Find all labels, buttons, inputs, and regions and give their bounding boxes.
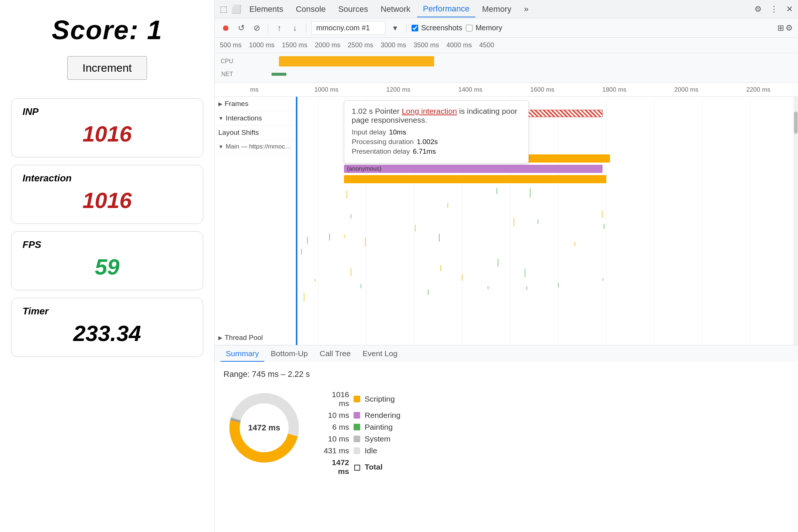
memory-checkbox[interactable] xyxy=(466,25,473,31)
scroll-thumb[interactable] xyxy=(794,112,798,134)
increment-button[interactable]: Increment xyxy=(67,56,147,80)
timeline-scrollbar[interactable] xyxy=(794,97,798,345)
record-icon[interactable]: ⏺ xyxy=(220,23,232,33)
tab-elements[interactable]: Elements xyxy=(243,1,289,17)
flame-block[interactable] xyxy=(344,175,606,183)
legend-table: 1016 ms Scripting 10 ms Rendering 6 ms P… xyxy=(320,387,400,479)
more-options-icon[interactable]: ⋮ xyxy=(768,3,780,16)
metric-label: FPS xyxy=(23,239,192,250)
timeline-overview-ruler: 500 ms1000 ms1500 ms2000 ms2500 ms3000 m… xyxy=(215,38,798,53)
summary-range: Range: 745 ms – 2.22 s xyxy=(224,369,789,379)
flame-detail-line xyxy=(497,188,497,194)
ruler2-tick: 2200 ms xyxy=(722,86,794,93)
tooltip-processing: Processing duration 1.002s xyxy=(352,138,521,146)
layout-shifts-section[interactable]: Layout Shifts xyxy=(215,126,296,140)
metric-label: Interaction xyxy=(23,173,192,184)
flame-detail-line xyxy=(526,286,527,290)
inspect-icon[interactable]: ⬚ xyxy=(218,3,229,16)
legend-row: 6 ms Painting xyxy=(320,423,400,432)
grid-line xyxy=(558,97,559,345)
legend-color-box xyxy=(354,396,360,402)
toolbar-divider-2 xyxy=(306,24,306,33)
tab-performance[interactable]: Performance xyxy=(417,1,475,17)
flame-detail-line xyxy=(558,283,559,287)
tab-memory[interactable]: Memory xyxy=(476,1,517,17)
legend-color-box xyxy=(354,412,360,419)
metric-value: 233.34 xyxy=(23,321,192,346)
flame-detail-line xyxy=(329,233,330,241)
legend-color-box xyxy=(354,447,360,454)
legend-ms: 1016 ms xyxy=(320,390,349,408)
tab-console[interactable]: Console xyxy=(290,1,332,17)
layout-shifts-label: Layout Shifts xyxy=(218,129,259,137)
interactions-arrow: ▼ xyxy=(218,115,224,121)
flame-left-spacer xyxy=(215,154,296,331)
main-thread-arrow: ▼ xyxy=(218,144,224,150)
screenshots-checkbox[interactable] xyxy=(412,25,418,31)
tooltip-presentation: Presentation delay 6.71ms xyxy=(352,147,521,156)
flame-detail-line xyxy=(488,286,488,289)
cpu-bar xyxy=(279,56,434,66)
tab-summary[interactable]: Summary xyxy=(221,346,264,362)
flame-detail-line xyxy=(351,214,351,218)
left-panel: Score: 1 Increment INP 1016 Interaction … xyxy=(0,0,214,532)
cpu-label: CPU xyxy=(218,58,233,65)
legend-row: 1016 ms Scripting xyxy=(320,390,400,408)
ruler-tick: 2000 ms xyxy=(311,41,344,49)
memory-toggle[interactable]: Memory xyxy=(466,24,502,32)
grid-line xyxy=(318,97,318,345)
clear-icon[interactable]: ⊘ xyxy=(251,23,263,33)
tab-event-log[interactable]: Event Log xyxy=(357,346,403,362)
download-icon[interactable]: ↓ xyxy=(289,23,301,33)
legend-name: Scripting xyxy=(365,395,395,403)
tab-call-tree[interactable]: Call Tree xyxy=(314,346,356,362)
flame-detail-line xyxy=(604,224,604,229)
screenshots-toggle[interactable]: Screenshots xyxy=(412,24,462,32)
url-display[interactable]: mmocny.com #1 xyxy=(311,21,385,35)
metric-label: INP xyxy=(23,106,192,117)
thread-pool-section[interactable]: ▶ Thread Pool xyxy=(215,331,296,345)
flame-detail-line xyxy=(365,237,366,246)
legend-row: 431 ms Idle xyxy=(320,446,400,455)
capture-settings-icon[interactable]: ⊞ xyxy=(777,23,784,33)
tab-bottom-up[interactable]: Bottom-Up xyxy=(266,346,313,362)
close-icon[interactable]: ✕ xyxy=(785,3,794,16)
device-icon[interactable]: ⬜ xyxy=(230,3,243,16)
tooltip-input-delay: Input delay 10ms xyxy=(352,128,521,136)
tooltip-link[interactable]: Long interaction xyxy=(402,107,457,115)
ruler2-tick: 1400 ms xyxy=(434,86,507,93)
legend-name: Idle xyxy=(365,446,377,455)
ruler-tick: 4000 ms xyxy=(443,41,475,49)
flame-chart-area: ▶ Frames ▼ Interactions Layout Shifts ▼ … xyxy=(215,97,798,345)
thread-pool-arrow: ▶ xyxy=(218,335,222,341)
flame-detail-line xyxy=(439,234,440,242)
ruler-tick: 3500 ms xyxy=(410,41,443,49)
frames-section[interactable]: ▶ Frames xyxy=(215,97,296,111)
ruler2-tick: ms xyxy=(218,86,290,93)
tab-network[interactable]: Network xyxy=(375,1,416,17)
main-thread-section[interactable]: ▼ Main — https://mmocny.co... xyxy=(215,140,296,154)
url-dropdown-icon[interactable]: ▾ xyxy=(389,23,401,33)
flame-block[interactable]: (anonymous) xyxy=(344,165,603,173)
legend-row: 10 ms Rendering xyxy=(320,411,400,420)
flame-right-content: Pointer 1.02 s Pointer Long interaction … xyxy=(296,97,798,345)
reload-icon[interactable]: ↺ xyxy=(235,23,247,33)
gear-icon[interactable]: ⚙ xyxy=(785,23,793,33)
devtools-tabs-bar: ⬚ ⬜ Elements Console Sources Network Per… xyxy=(215,0,798,18)
settings-icon[interactable]: ⚙ xyxy=(753,3,763,16)
legend-ms: 10 ms xyxy=(320,434,349,443)
upload-icon[interactable]: ↑ xyxy=(273,23,285,33)
tab-more[interactable]: » xyxy=(518,1,534,17)
flame-detail-line xyxy=(304,293,304,301)
devtools-panel: ⬚ ⬜ Elements Console Sources Network Per… xyxy=(214,0,798,532)
tab-sources[interactable]: Sources xyxy=(332,1,374,17)
legend-row: 1472 ms ☐ Total xyxy=(320,458,400,476)
grid-line xyxy=(702,97,703,345)
toolbar-divider-3 xyxy=(406,24,406,33)
flame-detail-line xyxy=(347,190,347,199)
interactions-section[interactable]: ▼ Interactions xyxy=(215,111,296,126)
flame-detail-line xyxy=(315,279,316,282)
net-label: NET xyxy=(218,71,233,78)
metric-card-inp: INP 1016 xyxy=(11,98,203,157)
interaction-tooltip: 1.02 s Pointer Long interaction is indic… xyxy=(344,100,529,163)
